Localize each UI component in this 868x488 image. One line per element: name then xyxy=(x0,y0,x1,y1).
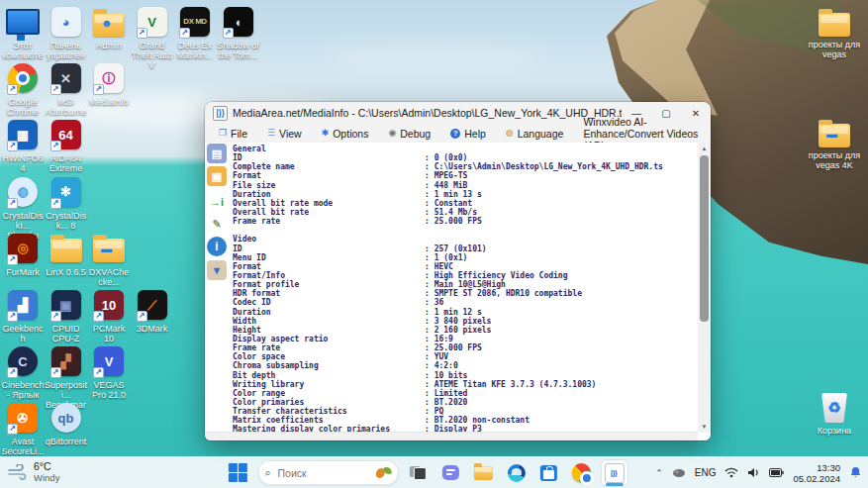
hwinfo64[interactable]: ▦↗HWiNFO64 xyxy=(1,118,45,173)
this-pc[interactable]: Этот компьютер xyxy=(1,5,45,70)
scroll-down-arrow[interactable]: ▼ xyxy=(698,421,711,433)
pcmark-10[interactable]: 10↗PCMark 10 xyxy=(87,288,131,343)
report-sheet-icon[interactable]: ✎ xyxy=(207,214,227,234)
mediainfo-taskbar-button[interactable]: |)) xyxy=(601,460,627,486)
crystaldiskmark[interactable]: ✻↗CrystalDisk... 8 xyxy=(45,175,88,231)
chat-button[interactable] xyxy=(437,460,463,486)
gta-v[interactable]: V↗Grand Theft Auto V xyxy=(131,5,174,70)
info-row: Frame rate: 25.000 FPS xyxy=(233,343,697,352)
search-icon: ⌕ xyxy=(264,466,270,479)
crystaldiskmark-label: CrystalDisk... 8 xyxy=(45,211,88,231)
admin-folder-tile: ☻ xyxy=(87,5,131,39)
export-info-icon[interactable]: →i xyxy=(207,192,227,212)
chrome-button[interactable] xyxy=(568,460,594,486)
google-chrome[interactable]: ↗Google Chrome xyxy=(1,61,45,117)
geekbench-label: Geekbench xyxy=(1,324,45,343)
control-panel[interactable]: ◕Панель управления xyxy=(45,5,88,70)
shortcut-arrow-icon: ↗ xyxy=(93,84,104,95)
vertical-scrollbar[interactable]: ▲ ▼ xyxy=(698,143,711,433)
menu-options[interactable]: ✱Options xyxy=(312,124,379,143)
battery-icon[interactable] xyxy=(769,468,784,477)
menu-file[interactable]: ❐File xyxy=(209,124,257,143)
scrollbar-thumb[interactable] xyxy=(700,155,709,322)
open-folder-icon[interactable]: ▣ xyxy=(207,166,227,186)
info-row: Format/Info: High Efficiency Video Codin… xyxy=(233,271,697,280)
open-file-icon[interactable]: ▤ xyxy=(207,144,227,163)
file-explorer-button[interactable] xyxy=(470,460,496,486)
admin-folder[interactable]: ☻Admin xyxy=(87,5,131,50)
icon-glyph: ✇ xyxy=(18,412,29,425)
search-highlight-image[interactable] xyxy=(375,467,391,479)
this-pc-icon xyxy=(6,9,40,35)
edge-button[interactable] xyxy=(503,460,529,486)
chat-icon xyxy=(442,465,459,480)
task-view-button[interactable] xyxy=(405,460,431,486)
volume-icon[interactable] xyxy=(747,467,760,478)
store-button[interactable] xyxy=(535,460,561,486)
google-chrome-tile: ↗ xyxy=(1,61,45,95)
control-panel-tile: ◕ xyxy=(45,5,88,39)
folder-vegas-4k[interactable]: ▬проекты для vegas 4K xyxy=(807,117,862,170)
vegas-pro-tile: V↗ xyxy=(87,344,131,378)
folder-vegas-projects[interactable]: проекты для vegas xyxy=(807,6,862,59)
info-row: Format profile: Main 10@L5@High xyxy=(233,280,697,289)
notification-bell-icon[interactable] xyxy=(849,466,862,479)
clock[interactable]: 13:30 05.02.2024 xyxy=(793,462,840,484)
msi-afterburner-tile: ✕↗ xyxy=(45,61,88,95)
shortcut-arrow-icon: ↗ xyxy=(50,84,61,95)
menu-winxvideo[interactable]: Winxvideo AI-Enhance/Convert Videos (AD) xyxy=(573,124,711,143)
info-row xyxy=(233,226,697,235)
info-row: Overall bit rate: 51.4 Mb/s xyxy=(233,208,697,217)
menu-label: Options xyxy=(333,128,368,140)
menu-label: Help xyxy=(464,128,486,140)
weather-widget[interactable]: 6°C Windy xyxy=(8,460,59,483)
recycle-bin[interactable]: ♻Корзина xyxy=(807,392,862,436)
gta-v-tile: V↗ xyxy=(131,5,174,39)
search-box[interactable]: ⌕ xyxy=(257,460,398,485)
info-icon[interactable]: i xyxy=(207,237,227,256)
icon-glyph: ⓘ xyxy=(103,72,116,85)
icon-glyph: ▟ xyxy=(18,299,28,312)
3dmark[interactable]: ⟋↗3DMark xyxy=(131,288,174,334)
menu-view[interactable]: ☰View xyxy=(257,124,312,143)
qbittorrent[interactable]: qbqBittorrent xyxy=(45,401,88,446)
msi-afterburner[interactable]: ✕↗MSI Afterburner xyxy=(45,61,88,127)
task-view-icon xyxy=(410,466,427,480)
tray-overflow-chevron[interactable]: ⌃ xyxy=(655,468,663,478)
vegas-pro[interactable]: V↗VEGAS Pro 21.0 xyxy=(87,344,131,400)
menu-language[interactable]: ◍Language xyxy=(496,124,574,143)
search-input[interactable] xyxy=(276,466,371,480)
geekbench[interactable]: ▟↗Geekbench xyxy=(1,288,45,343)
info-row: Matrix coefficients: BT.2020 non-constan… xyxy=(233,416,697,425)
cpuid-cpu-z[interactable]: ▣↗CPUID CPU-Z xyxy=(45,288,88,343)
aida64-extreme-label: AIDA64 Extreme xyxy=(45,153,88,173)
device-icon[interactable] xyxy=(672,468,686,478)
shadow-tomb-raider[interactable]: ◖↗Shadow of the Tom... xyxy=(217,5,260,60)
language-indicator[interactable]: ENG xyxy=(695,467,717,478)
avast-secureline[interactable]: ✇↗Avast SecureLi... xyxy=(1,401,45,456)
wind-icon xyxy=(8,464,28,480)
deus-ex-mankind[interactable]: DX MD↗Deus Ex Mankin... xyxy=(173,5,217,60)
active-app-indicator xyxy=(605,483,623,486)
web-update-icon[interactable]: ▼ xyxy=(207,260,227,280)
cinebench[interactable]: C↗Cinebench - Ярлык xyxy=(1,344,45,400)
menu-debug[interactable]: ◉Debug xyxy=(378,124,440,143)
language-icon: ◍ xyxy=(506,129,514,138)
furmark[interactable]: ◎↗FurMark xyxy=(1,232,45,277)
menu-help[interactable]: ?Help xyxy=(440,124,496,143)
scroll-up-arrow[interactable]: ▲ xyxy=(698,143,711,154)
mediainfo-shortcut[interactable]: ⓘ↗MediaInfo xyxy=(87,61,131,107)
horizontal-scrollbar[interactable] xyxy=(205,432,698,440)
dxvachecker-folder[interactable]: ▬DXVAChecke... xyxy=(87,232,131,287)
hwinfo64-tile: ▦↗ xyxy=(1,118,45,151)
shortcut-arrow-icon: ↗ xyxy=(7,84,18,95)
start-button[interactable] xyxy=(225,460,250,486)
linx-folder[interactable]: LinX 0.6.5 xyxy=(45,232,88,277)
info-row: Format: MPEG-TS xyxy=(233,171,697,180)
wifi-icon[interactable] xyxy=(724,467,738,478)
aida64-extreme[interactable]: 64↗AIDA64 Extreme xyxy=(45,118,88,173)
furmark-tile: ◎↗ xyxy=(1,232,45,265)
folder-vegas-4k-tile: ▬ xyxy=(807,117,862,148)
info-row: Transfer characteristics: PQ xyxy=(233,407,697,416)
linx-folder-label: LinX 0.6.5 xyxy=(45,267,88,277)
